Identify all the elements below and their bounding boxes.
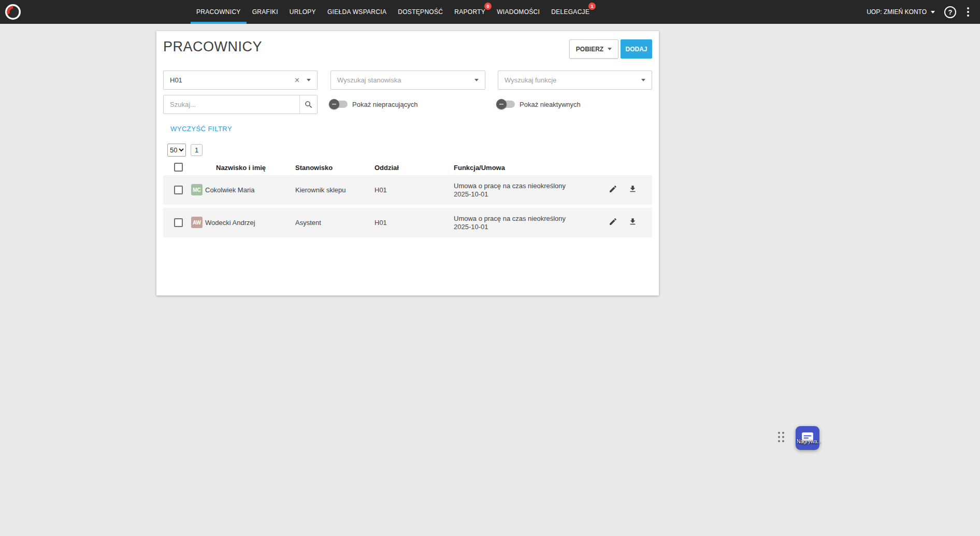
page-title: PRACOWNICY: [163, 39, 262, 55]
select-all-checkbox[interactable]: [174, 163, 183, 172]
header-position: Stanowisko: [295, 164, 333, 172]
clear-branch-icon[interactable]: ×: [295, 76, 299, 84]
nav-item-urlopy[interactable]: URLOPY: [284, 0, 322, 24]
function-filter-placeholder: Wyszukaj funkcje: [505, 76, 641, 84]
employee-position: Asystent: [295, 219, 321, 227]
chevron-down-icon: [931, 11, 935, 13]
contract-type: Umowa o pracę na czas nieokreślony: [454, 182, 566, 190]
search-icon: [304, 100, 313, 109]
nav-item-pracownicy[interactable]: PRACOWNICY: [191, 0, 247, 24]
app-viewport: PRACOWNICY GRAFIKI URLOPY GIEŁDA WSPARCI…: [0, 0, 980, 536]
search-group: [163, 95, 318, 114]
nav-label: URLOPY: [290, 8, 316, 16]
account-switcher[interactable]: UOP: ZMIEŃ KONTO: [867, 8, 935, 16]
search-button[interactable]: [299, 95, 317, 114]
toggle-knob-icon: [329, 99, 339, 109]
download-button[interactable]: POBIERZ: [569, 39, 618, 59]
nav-item-gielda-wsparcia[interactable]: GIEŁDA WSPARCIA: [322, 0, 392, 24]
employee-name[interactable]: Cokolwiek Maria: [205, 186, 254, 194]
employee-position: Kierownik sklepu: [295, 186, 346, 194]
nav-label: WIADOMOŚCI: [497, 8, 540, 16]
nav-label: DELEGACJE: [551, 8, 589, 16]
nonworking-toggle[interactable]: [330, 101, 348, 108]
add-button[interactable]: DODAJ: [621, 39, 652, 59]
edit-icon[interactable]: [607, 182, 619, 195]
nav-item-wiadomosci[interactable]: WIADOMOŚCI: [491, 0, 545, 24]
add-button-label: DODAJ: [625, 46, 647, 53]
nav-label: RAPORTY: [454, 8, 485, 16]
employee-contract: Umowa o pracę na czas nieokreślony 2025-…: [454, 215, 566, 231]
contract-date: 2025-10-01: [454, 190, 566, 199]
help-button[interactable]: ?: [944, 6, 956, 18]
contract-date: 2025-10-01: [454, 223, 566, 231]
position-filter-select[interactable]: Wyszukaj stanowiska: [330, 70, 485, 90]
download-icon[interactable]: [626, 182, 639, 195]
contract-type: Umowa o pracę na czas nieokreślony: [454, 215, 566, 223]
nav-item-delegacje[interactable]: DELEGACJE 1: [545, 0, 595, 24]
nav-label: GRAFIKI: [252, 8, 278, 16]
header-branch: Oddział: [374, 164, 399, 172]
page-1-button[interactable]: 1: [191, 144, 203, 156]
nav-label: GIEŁDA WSPARCIA: [327, 8, 386, 16]
nav-item-dostepnosc[interactable]: DOSTĘPNOŚĆ: [392, 0, 449, 24]
download-icon[interactable]: [626, 215, 639, 228]
nav-label: DOSTĘPNOŚĆ: [398, 8, 443, 16]
chevron-down-icon: [608, 48, 612, 50]
clear-filters-link[interactable]: WYCZYŚĆ FILTRY: [170, 125, 232, 133]
employee-name[interactable]: Wodecki Andrzej: [205, 219, 255, 227]
edit-icon[interactable]: [607, 215, 619, 228]
inactive-toggle-label: Pokaż nieaktywnych: [520, 101, 581, 108]
avatar: AW: [191, 217, 203, 228]
inactive-toggle-row: Pokaż nieaktywnych: [498, 99, 581, 109]
delegacje-badge: 1: [588, 3, 596, 10]
chevron-down-icon: [474, 79, 479, 81]
raporty-badge: 0: [484, 3, 492, 10]
chevron-down-icon: [641, 79, 645, 81]
nav-label: PRACOWNICY: [196, 8, 241, 16]
function-filter-select[interactable]: Wyszukaj funkcje: [498, 70, 652, 90]
branch-filter-select[interactable]: H01 ×: [163, 70, 318, 90]
recording-label: Nagrywa...: [797, 439, 822, 444]
question-icon: ?: [948, 8, 953, 16]
header-contract: Funkcja/Umowa: [454, 164, 505, 172]
toggle-knob-icon: [496, 99, 507, 109]
page-size-select[interactable]: 50: [167, 144, 186, 157]
employee-contract: Umowa o pracę na czas nieokreślony 2025-…: [454, 182, 566, 199]
nav-item-raporty[interactable]: RAPORTY 0: [449, 0, 491, 24]
search-input[interactable]: [164, 95, 299, 114]
avatar: MC: [191, 184, 203, 195]
nav-item-grafiki[interactable]: GRAFIKI: [247, 0, 284, 24]
kebab-menu-icon[interactable]: [965, 6, 971, 18]
employees-card: PRACOWNICY POBIERZ DODAJ H01 × Wyszukaj …: [156, 31, 659, 295]
drag-handle-icon[interactable]: [778, 432, 784, 442]
row-checkbox[interactable]: [174, 186, 183, 194]
inactive-toggle[interactable]: [498, 101, 515, 108]
branch-filter-value: H01: [170, 76, 295, 84]
table-row: AW Wodecki Andrzej Asystent H01 Umowa o …: [163, 208, 652, 237]
employee-branch: H01: [374, 219, 387, 227]
header-name: Nazwisko i imię: [216, 164, 266, 172]
table-row: MC Cokolwiek Maria Kierownik sklepu H01 …: [163, 175, 652, 205]
employee-branch: H01: [374, 186, 387, 194]
chevron-down-icon: [307, 79, 311, 81]
navbar-right: UOP: ZMIEŃ KONTO ?: [867, 0, 980, 24]
top-navbar: PRACOWNICY GRAFIKI URLOPY GIEŁDA WSPARCI…: [0, 0, 980, 24]
download-button-label: POBIERZ: [576, 46, 603, 53]
nonworking-toggle-row: Pokaż niepracujących: [330, 99, 417, 109]
row-checkbox[interactable]: [174, 218, 183, 227]
position-filter-placeholder: Wyszukaj stanowiska: [337, 76, 474, 84]
account-label: UOP: ZMIEŃ KONTO: [867, 8, 927, 16]
nonworking-toggle-label: Pokaż niepracujących: [352, 101, 417, 108]
chat-launcher-button[interactable]: [796, 426, 819, 450]
app-logo-icon[interactable]: [5, 4, 21, 20]
main-nav: PRACOWNICY GRAFIKI URLOPY GIEŁDA WSPARCI…: [191, 0, 595, 24]
